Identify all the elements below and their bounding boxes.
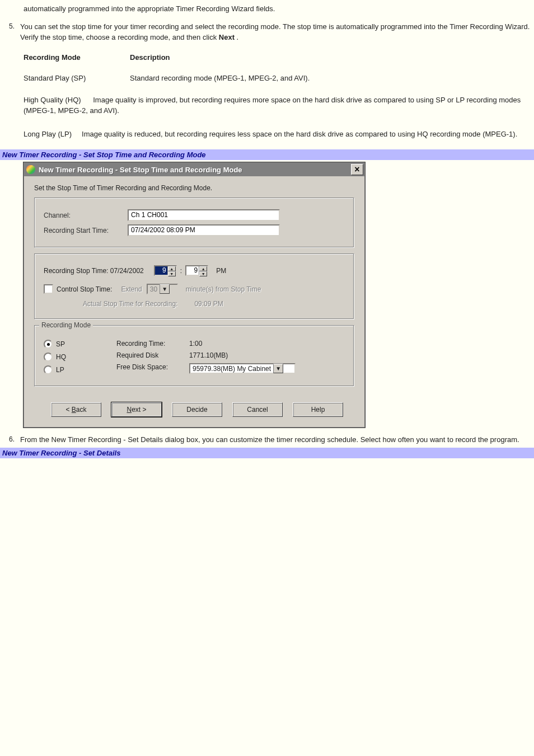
dialog-title: New Timer Recording - Set Stop Time and … xyxy=(39,166,351,174)
table-row2-desc: Image quality is improved, but recording… xyxy=(24,96,521,115)
step-6: 6. From the New Timer Recording - Set De… xyxy=(0,434,534,445)
cancel-button[interactable]: Cancel xyxy=(232,402,283,417)
radio-hq-row[interactable]: HQ xyxy=(44,353,116,361)
control-stop-time-label: Control Stop Time: xyxy=(57,285,112,293)
table-header-desc: Description xyxy=(130,53,170,62)
close-button[interactable]: × xyxy=(351,164,363,175)
stop-hour-spinner[interactable]: 9 ▲▼ xyxy=(154,265,177,276)
extend-combo: 30 ▼ xyxy=(147,284,178,294)
channel-input[interactable]: Ch 1 CH001 xyxy=(128,209,280,221)
step-6-number: 6. xyxy=(0,434,20,443)
table-row2-mode: High Quality (HQ) xyxy=(24,96,81,104)
radio-lp-label: LP xyxy=(56,366,64,374)
step-5-text-a: You can set the stop time for your timer… xyxy=(20,22,530,42)
table-row1-mode: Standard Play (SP) xyxy=(24,74,130,82)
table-row1-desc: Standard recording mode (MPEG-1, MPEG-2,… xyxy=(130,74,534,82)
stop-minute-spinner[interactable]: 9 ▲▼ xyxy=(185,265,208,276)
radio-sp-label: SP xyxy=(56,340,65,348)
stop-colon: : xyxy=(180,267,182,275)
dialog-stop-time: New Timer Recording - Set Stop Time and … xyxy=(24,162,365,428)
stop-time-label: Recording Stop Time: 07/24/2002 xyxy=(44,267,144,275)
recording-mode-legend: Recording Mode xyxy=(39,321,93,329)
freedisk-combo[interactable]: 95979.38(MB) My Cabinet ▼ xyxy=(189,363,296,374)
step-5: 5. You can set the stop time for your ti… xyxy=(0,21,534,43)
radio-lp[interactable] xyxy=(44,365,53,374)
freedisk-value: 95979.38(MB) My Cabinet xyxy=(190,365,273,373)
control-stop-time-checkbox[interactable] xyxy=(44,284,53,294)
chevron-down-icon: ▼ xyxy=(160,284,170,294)
intro-paragraph: automatically programmed into the approp… xyxy=(0,3,534,15)
extend-suffix: minute(s) from Stop Time xyxy=(186,285,261,293)
stop-hour-value: 9 xyxy=(155,266,167,275)
dialog-subtitle: Set the Stop Time of Timer Recording and… xyxy=(34,184,354,192)
help-button[interactable]: Help xyxy=(293,402,343,417)
radio-hq-label: HQ xyxy=(56,353,66,361)
chevron-down-icon[interactable]: ▼ xyxy=(273,364,283,373)
caption-set-details: New Timer Recording - Set Details xyxy=(0,448,534,458)
app-icon xyxy=(26,165,35,174)
radio-sp[interactable] xyxy=(44,340,53,349)
actual-stop-label: Actual Stop Time for Recording: xyxy=(83,300,177,308)
recording-mode-table: Recording Mode Description Standard Play… xyxy=(24,53,534,140)
start-time-label: Recording Start Time: xyxy=(44,227,128,234)
group-stop-control: Recording Stop Time: 07/24/2002 9 ▲▼ : 9… xyxy=(34,253,354,320)
step-5-body: You can set the stop time for your timer… xyxy=(20,21,534,43)
group-recording-mode: Recording Mode SP HQ xyxy=(34,325,354,387)
stop-minute-value: 9 xyxy=(186,266,199,275)
radio-hq[interactable] xyxy=(44,353,53,361)
rectime-value: 1:00 xyxy=(189,340,345,348)
step-5-number: 5. xyxy=(0,21,20,30)
stop-ampm: PM xyxy=(216,267,226,275)
caption-stop-time: New Timer Recording - Set Stop Time and … xyxy=(0,149,534,160)
radio-lp-row[interactable]: LP xyxy=(44,365,116,374)
step-5-text-b: . xyxy=(235,33,238,41)
start-time-input[interactable]: 07/24/2002 08:09 PM xyxy=(128,224,280,236)
step-5-bold: Next xyxy=(219,33,235,41)
group-channel-start: Channel: Ch 1 CH001 Recording Start Time… xyxy=(34,198,354,248)
radio-sp-row[interactable]: SP xyxy=(44,340,116,349)
next-button[interactable]: Next > xyxy=(111,402,162,417)
channel-label: Channel: xyxy=(44,212,128,219)
reqdisk-label: Required Disk xyxy=(116,351,189,359)
table-row3-desc: Image quality is reduced, but recording … xyxy=(82,130,517,138)
extend-label: Extend xyxy=(121,285,142,293)
rectime-label: Recording Time: xyxy=(116,340,189,348)
dialog-titlebar: New Timer Recording - Set Stop Time and … xyxy=(24,163,364,176)
spinner-arrows-icon[interactable]: ▲▼ xyxy=(199,266,207,275)
table-row3-mode: Long Play (LP) xyxy=(24,130,72,138)
reqdisk-value: 1771.10(MB) xyxy=(189,351,345,359)
actual-stop-value: 09:09 PM xyxy=(194,300,223,308)
spinner-arrows-icon[interactable]: ▲▼ xyxy=(167,266,176,275)
step-6-body: From the New Timer Recording - Set Detai… xyxy=(20,434,534,445)
freedisk-label: Free Disk Space: xyxy=(116,363,189,371)
extend-value: 30 xyxy=(148,285,160,293)
decide-button[interactable]: Decide xyxy=(172,402,222,417)
back-button[interactable]: < Back xyxy=(51,402,101,417)
dialog-button-bar: < Back Next > Decide Cancel Help xyxy=(34,402,354,417)
table-header-mode: Recording Mode xyxy=(24,53,81,62)
